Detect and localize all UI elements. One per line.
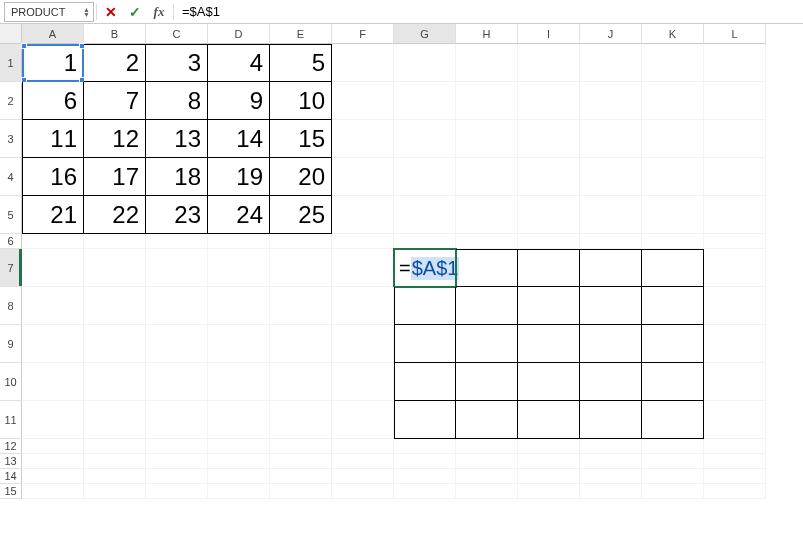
cell-H11[interactable] [456, 401, 518, 439]
cell-F5[interactable] [332, 196, 394, 234]
cell-L5[interactable] [704, 196, 766, 234]
cell-C9[interactable] [146, 325, 208, 363]
cell-B8[interactable] [84, 287, 146, 325]
cell-A15[interactable] [22, 484, 84, 499]
cell-B10[interactable] [84, 363, 146, 401]
cell-B14[interactable] [84, 469, 146, 484]
cell-I4[interactable] [518, 158, 580, 196]
cell-D10[interactable] [208, 363, 270, 401]
cell-I14[interactable] [518, 469, 580, 484]
cell-I1[interactable] [518, 44, 580, 82]
cell-J15[interactable] [580, 484, 642, 499]
cell-E7[interactable] [270, 249, 332, 287]
cell-E15[interactable] [270, 484, 332, 499]
cell-L4[interactable] [704, 158, 766, 196]
formula-input[interactable] [176, 3, 803, 20]
row-header-3[interactable]: 3 [0, 120, 22, 158]
cell-J1[interactable] [580, 44, 642, 82]
cell-L8[interactable] [704, 287, 766, 325]
cell-C3[interactable]: 13 [146, 120, 208, 158]
cell-G11[interactable] [394, 401, 456, 439]
cell-D15[interactable] [208, 484, 270, 499]
cell-I3[interactable] [518, 120, 580, 158]
cell-E5[interactable]: 25 [270, 196, 332, 234]
cell-E6[interactable] [270, 234, 332, 249]
cell-F6[interactable] [332, 234, 394, 249]
cell-F14[interactable] [332, 469, 394, 484]
cell-L7[interactable] [704, 249, 766, 287]
cell-H13[interactable] [456, 454, 518, 469]
row-header-4[interactable]: 4 [0, 158, 22, 196]
cell-D11[interactable] [208, 401, 270, 439]
cell-K9[interactable] [642, 325, 704, 363]
cell-H2[interactable] [456, 82, 518, 120]
cell-C7[interactable] [146, 249, 208, 287]
cell-C15[interactable] [146, 484, 208, 499]
cell-G1[interactable] [394, 44, 456, 82]
cell-L10[interactable] [704, 363, 766, 401]
cell-E3[interactable]: 15 [270, 120, 332, 158]
cell-J4[interactable] [580, 158, 642, 196]
cell-B2[interactable]: 7 [84, 82, 146, 120]
cell-A5[interactable]: 21 [22, 196, 84, 234]
cell-H15[interactable] [456, 484, 518, 499]
cell-D2[interactable]: 9 [208, 82, 270, 120]
enter-button[interactable]: ✓ [123, 0, 147, 23]
cell-K6[interactable] [642, 234, 704, 249]
cell-G3[interactable] [394, 120, 456, 158]
cell-A8[interactable] [22, 287, 84, 325]
cell-L2[interactable] [704, 82, 766, 120]
cell-D3[interactable]: 14 [208, 120, 270, 158]
worksheet-grid[interactable]: 1123452678910311121314154161718192052122… [0, 44, 803, 499]
cell-J10[interactable] [580, 363, 642, 401]
row-header-9[interactable]: 9 [0, 325, 22, 363]
name-box-stepper-icon[interactable]: ▲▼ [83, 7, 90, 17]
cell-J14[interactable] [580, 469, 642, 484]
cell-H14[interactable] [456, 469, 518, 484]
cell-F13[interactable] [332, 454, 394, 469]
cell-A2[interactable]: 6 [22, 82, 84, 120]
cell-C14[interactable] [146, 469, 208, 484]
cell-C12[interactable] [146, 439, 208, 454]
cell-J5[interactable] [580, 196, 642, 234]
cell-L13[interactable] [704, 454, 766, 469]
cell-G14[interactable] [394, 469, 456, 484]
cell-L11[interactable] [704, 401, 766, 439]
cell-C4[interactable]: 18 [146, 158, 208, 196]
cell-C1[interactable]: 3 [146, 44, 208, 82]
cell-C8[interactable] [146, 287, 208, 325]
row-header-11[interactable]: 11 [0, 401, 22, 439]
column-header-G[interactable]: G [394, 24, 456, 44]
cell-F9[interactable] [332, 325, 394, 363]
cell-H9[interactable] [456, 325, 518, 363]
column-header-K[interactable]: K [642, 24, 704, 44]
cell-G15[interactable] [394, 484, 456, 499]
cell-H7[interactable] [456, 249, 518, 287]
cell-L14[interactable] [704, 469, 766, 484]
cell-G13[interactable] [394, 454, 456, 469]
cell-K11[interactable] [642, 401, 704, 439]
cell-J12[interactable] [580, 439, 642, 454]
cell-E13[interactable] [270, 454, 332, 469]
cell-B15[interactable] [84, 484, 146, 499]
cell-E1[interactable]: 5 [270, 44, 332, 82]
cell-E9[interactable] [270, 325, 332, 363]
cell-G4[interactable] [394, 158, 456, 196]
cell-A3[interactable]: 11 [22, 120, 84, 158]
row-header-5[interactable]: 5 [0, 196, 22, 234]
cell-K1[interactable] [642, 44, 704, 82]
cell-L12[interactable] [704, 439, 766, 454]
cell-B3[interactable]: 12 [84, 120, 146, 158]
cell-K3[interactable] [642, 120, 704, 158]
column-header-J[interactable]: J [580, 24, 642, 44]
column-header-I[interactable]: I [518, 24, 580, 44]
cell-K4[interactable] [642, 158, 704, 196]
row-header-10[interactable]: 10 [0, 363, 22, 401]
cell-B13[interactable] [84, 454, 146, 469]
column-header-A[interactable]: A [22, 24, 84, 44]
cell-B5[interactable]: 22 [84, 196, 146, 234]
cell-I5[interactable] [518, 196, 580, 234]
cell-G7[interactable]: =$A$1 [394, 249, 456, 287]
row-header-12[interactable]: 12 [0, 439, 22, 454]
cell-F7[interactable] [332, 249, 394, 287]
